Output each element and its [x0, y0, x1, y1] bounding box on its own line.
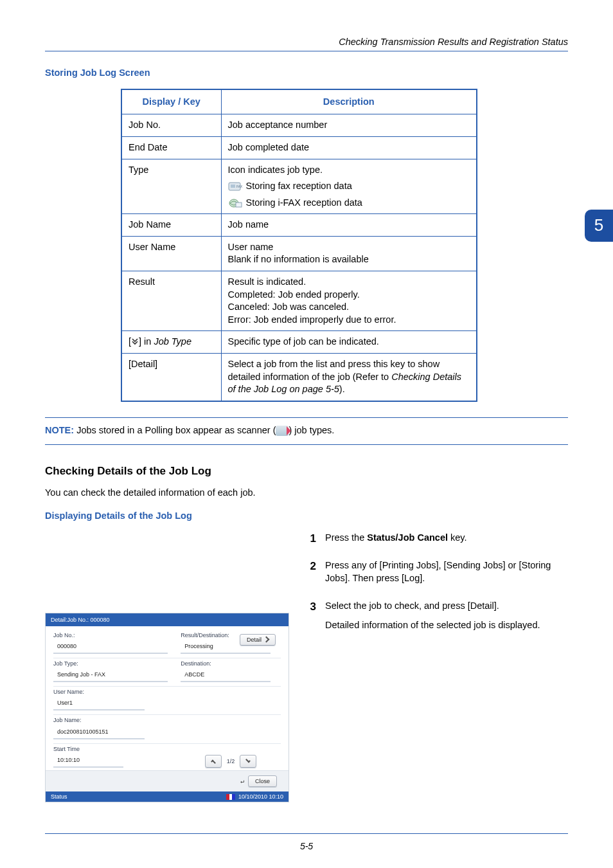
- cell-key: Job Name: [121, 214, 221, 237]
- jobtype-value: Sending Job - FAX: [53, 669, 168, 682]
- jobname-label: Job Name:: [53, 716, 281, 724]
- section-title-2: Checking Details of the Job Log: [45, 464, 568, 479]
- step-num: 2: [306, 559, 325, 591]
- close-button[interactable]: Close: [248, 775, 277, 787]
- table-row: Result Result is indicated. Completed: J…: [121, 271, 477, 330]
- username-label: User Name:: [53, 688, 281, 696]
- dialog-titlebar: Detail:Job No.: 000080: [46, 613, 289, 626]
- jobno-label: Job No.:: [53, 631, 181, 639]
- table-row: Job Name Job name: [121, 214, 477, 237]
- step-2: 2 Press any of [Printing Jobs], [Sending…: [306, 559, 568, 591]
- step-1: 1 Press the Status/Job Cancel key.: [306, 532, 568, 551]
- cell-desc: Result is indicated. Completed: Job ende…: [221, 271, 477, 330]
- svg-rect-1: [231, 185, 235, 188]
- note-text-before: Jobs stored in a Polling box appear as s…: [74, 425, 276, 435]
- cell-key: Type: [121, 159, 221, 214]
- cell-key: Result: [121, 271, 221, 330]
- cell-desc: Specific type of job can be indicated.: [221, 331, 477, 354]
- footer-rule: [45, 833, 568, 834]
- chevron-down-icon: [245, 758, 251, 763]
- note-text-after: ) job types.: [289, 425, 334, 435]
- username-value: User1: [53, 697, 145, 710]
- starttime-label: Start Time: [53, 745, 181, 753]
- table-row: Type Icon indicates job type. FAX Storin…: [121, 159, 477, 214]
- step-num: 1: [306, 532, 325, 551]
- cell-key: User Name: [121, 236, 221, 271]
- th-display-key: Display / Key: [121, 89, 221, 114]
- statusbar-left: Status: [51, 793, 67, 800]
- jobtype-label: Job Type:: [53, 660, 181, 667]
- cell-desc: Select a job from the list and press thi…: [221, 354, 477, 401]
- table-row: User Name User name Blank if no informat…: [121, 236, 477, 271]
- close-button-label: Close: [255, 778, 270, 784]
- cell-key: [ ] in Job Type: [121, 331, 221, 354]
- cell-desc: User name Blank if no information is ava…: [221, 236, 477, 271]
- note-bottom-rule: [45, 444, 568, 445]
- table-row: Job No. Job acceptance number: [121, 114, 477, 137]
- cell-key: [Detail]: [121, 354, 221, 401]
- ifax-store-icon: [228, 197, 242, 209]
- result-label: Result/Destination:: [181, 631, 281, 639]
- jobname-value: doc2008101005151: [53, 726, 145, 739]
- section2-intro: You can check the detailed information o…: [45, 487, 568, 500]
- result-value: Processing: [181, 640, 271, 654]
- jobno-value: 000080: [53, 640, 168, 654]
- page-number: 5-5: [45, 840, 568, 853]
- page-indicator: 1/2: [227, 757, 235, 765]
- flag-icon: [226, 794, 235, 800]
- type-line2: Storing fax reception data: [246, 180, 352, 193]
- cell-desc: Icon indicates job type. FAX Storing fax…: [221, 159, 477, 214]
- step-num: 3: [306, 600, 325, 638]
- cell-desc: Job acceptance number: [221, 114, 477, 137]
- th-description: Description: [221, 89, 477, 114]
- note-line: NOTE: Jobs stored in a Polling box appea…: [45, 424, 568, 437]
- table-row: [ ] in Job Type Specific type of job can…: [121, 331, 477, 354]
- detail-dialog: Detail:Job No.: 000080 Detail Job No.: 0…: [45, 613, 289, 803]
- dest-label: Destination:: [181, 660, 281, 667]
- section2-sub: Displaying Details of the Job Log: [45, 510, 568, 523]
- starttime-value: 10:10:10: [53, 754, 123, 768]
- type-line1: Icon indicates job type.: [228, 164, 470, 177]
- statusbar-right: 10/10/2010 10:10: [226, 793, 283, 800]
- page-header: Checking Transmission Results and Regist…: [45, 36, 568, 49]
- page-up-button[interactable]: [205, 755, 222, 768]
- chevron-up-icon: [211, 760, 216, 765]
- table-row: End Date Job completed date: [121, 137, 477, 159]
- svg-rect-4: [236, 203, 242, 207]
- page-down-button[interactable]: [240, 755, 256, 768]
- section-title-1: Storing Job Log Screen: [45, 67, 568, 80]
- cell-desc: Job name: [221, 214, 477, 237]
- fax-store-icon: FAX: [228, 181, 242, 192]
- header-rule: [45, 51, 568, 52]
- type-line3: Storing i-FAX reception data: [246, 197, 362, 210]
- job-log-table: Display / Key Description Job No. Job ac…: [121, 89, 477, 402]
- enter-icon: ↵: [240, 777, 244, 786]
- table-row: [Detail] Select a job from the list and …: [121, 354, 477, 401]
- chapter-badge: 5: [585, 210, 613, 242]
- dest-value: ABCDE: [181, 669, 271, 682]
- note-label: NOTE:: [45, 425, 74, 435]
- cell-key: Job No.: [121, 114, 221, 137]
- note-top-rule: [45, 417, 568, 418]
- chevrons-down-icon: [131, 336, 139, 349]
- cell-key: End Date: [121, 137, 221, 159]
- cell-desc: Job completed date: [221, 137, 477, 159]
- scanner-icon: [276, 426, 289, 436]
- svg-text:FAX: FAX: [236, 185, 242, 188]
- step-3: 3 Select the job to check, and press [De…: [306, 600, 568, 638]
